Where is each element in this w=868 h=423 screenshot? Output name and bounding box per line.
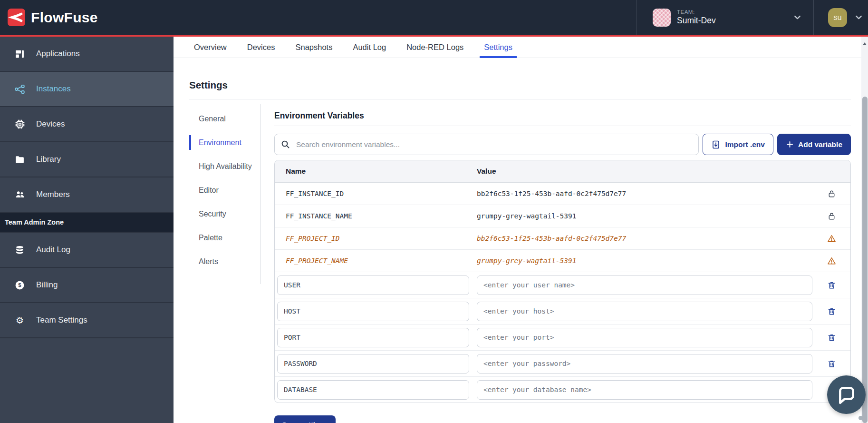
env-var-name: FF_PROJECT_NAME: [275, 257, 477, 265]
table-row-editable: [275, 325, 850, 351]
add-variable-label: Add variable: [798, 140, 842, 149]
tab-devices[interactable]: Devices: [247, 37, 275, 58]
table-row-editable: [275, 351, 850, 377]
sidebar-item-label: Instances: [36, 84, 71, 94]
table-row-deprecated: FF_PROJECT_NAME grumpy-grey-wagtail-5391: [275, 250, 850, 272]
warning-icon: [812, 256, 850, 266]
var-name-input[interactable]: [277, 302, 469, 321]
env-var-value: bb2f6c53-1f25-453b-aafd-0c2f475d7e77: [477, 190, 812, 197]
dollar-icon: $: [14, 280, 26, 290]
search-icon: [281, 140, 290, 151]
env-var-name: FF_INSTANCE_ID: [275, 190, 477, 197]
lock-icon: [812, 212, 850, 221]
folder-icon: [14, 155, 26, 165]
sidebar-item-library[interactable]: Library: [0, 142, 174, 177]
var-value-input[interactable]: [477, 380, 812, 400]
add-variable-button[interactable]: Add variable: [777, 134, 851, 155]
user-avatar: su: [828, 8, 847, 27]
sidebar-item-label: Audit Log: [36, 245, 70, 255]
table-row-editable: [275, 377, 850, 403]
import-file-icon: [711, 140, 721, 149]
tab-label: Audit Log: [353, 43, 386, 52]
page-divider: [189, 99, 851, 99]
user-menu[interactable]: su: [814, 8, 868, 27]
search-input[interactable]: [274, 134, 699, 155]
sidebar-item-applications[interactable]: Applications: [0, 37, 174, 72]
table-row-deprecated: FF_PROJECT_ID bb2f6c53-1f25-453b-aafd-0c…: [275, 227, 850, 250]
chat-bubble-icon: [837, 385, 857, 405]
var-value-input[interactable]: [477, 328, 812, 347]
section-title: Environment Variables: [274, 104, 851, 126]
instances-icon: [14, 84, 26, 95]
sidebar: Applications Instances Devices Library: [0, 37, 174, 423]
var-value-input[interactable]: [477, 354, 812, 374]
subnav-item-alerts[interactable]: Alerts: [189, 253, 260, 270]
subnav-item-palette[interactable]: Palette: [189, 229, 260, 246]
team-avatar: [653, 9, 671, 27]
tab-overview[interactable]: Overview: [194, 37, 227, 58]
delete-variable-button[interactable]: [812, 359, 850, 368]
team-name: Sumit-Dev: [677, 16, 716, 26]
column-header-name: Name: [275, 167, 477, 176]
chat-launcher-button[interactable]: [827, 375, 866, 414]
subnav-item-editor[interactable]: Editor: [189, 181, 260, 199]
tab-audit-log[interactable]: Audit Log: [353, 37, 386, 58]
tab-settings[interactable]: Settings: [484, 37, 512, 58]
sidebar-item-devices[interactable]: Devices: [0, 107, 174, 142]
subnav-item-environment[interactable]: Environment: [189, 134, 260, 151]
var-name-input[interactable]: [277, 275, 469, 295]
settings-page: Settings General Environment High Availa…: [174, 58, 868, 423]
var-name-input[interactable]: [277, 380, 469, 400]
save-settings-button[interactable]: Save settings: [274, 415, 336, 423]
table-row-editable: [275, 298, 850, 325]
sidebar-item-label: Applications: [36, 49, 80, 59]
users-icon: [14, 189, 26, 200]
team-switcher[interactable]: TEAM: Sumit-Dev: [637, 9, 813, 27]
sidebar-item-label: Members: [36, 190, 70, 199]
var-value-input[interactable]: [477, 275, 812, 295]
tab-node-red-logs[interactable]: Node-RED Logs: [406, 37, 463, 58]
team-admin-zone-label: Team Admin Zone: [0, 213, 174, 233]
env-variables-table: Name Value FF_INSTANCE_ID bb2f6c53-1f25-…: [274, 160, 851, 403]
sidebar-item-instances[interactable]: Instances: [0, 72, 174, 107]
flowfuse-logo-icon: [8, 9, 25, 26]
tab-label: Snapshots: [295, 43, 332, 52]
page-scrollbar[interactable]: [861, 37, 868, 423]
var-value-input[interactable]: [477, 302, 812, 321]
lock-icon: [812, 189, 850, 198]
env-var-name: FF_INSTANCE_NAME: [275, 212, 477, 220]
var-name-input[interactable]: [277, 354, 469, 374]
tab-snapshots[interactable]: Snapshots: [295, 37, 332, 58]
sidebar-item-billing[interactable]: $ Billing: [0, 268, 174, 303]
scroll-up-arrow-icon: [863, 42, 867, 45]
sidebar-item-members[interactable]: Members: [0, 177, 174, 213]
table-header: Name Value: [275, 160, 850, 183]
sidebar-item-label: Team Settings: [36, 315, 87, 325]
delete-variable-button[interactable]: [812, 281, 850, 290]
tab-label: Settings: [484, 43, 512, 52]
import-env-button[interactable]: Import .env: [703, 134, 773, 155]
sidebar-item-audit-log[interactable]: Audit Log: [0, 233, 174, 268]
warning-icon: [812, 234, 850, 243]
env-var-value: grumpy-grey-wagtail-5391: [477, 257, 812, 265]
subnav-item-general[interactable]: General: [189, 110, 260, 128]
tab-label: Overview: [194, 43, 227, 52]
sidebar-item-team-settings[interactable]: ⚙ Team Settings: [0, 303, 174, 338]
chat-secondary-dot: [858, 416, 863, 420]
database-icon: [14, 245, 26, 255]
chevron-down-icon: [854, 13, 863, 22]
delete-variable-button[interactable]: [812, 333, 850, 342]
settings-subnav: General Environment High Availability Ed…: [189, 104, 261, 284]
sidebar-item-label: Billing: [36, 280, 58, 290]
brand[interactable]: FlowFuse: [0, 9, 98, 26]
var-name-input[interactable]: [277, 328, 469, 347]
topbar: FlowFuse TEAM: Sumit-Dev su: [0, 0, 868, 35]
scrollbar-thumb[interactable]: [862, 97, 868, 423]
sidebar-item-label: Devices: [36, 119, 65, 129]
tab-label: Node-RED Logs: [406, 43, 463, 52]
subnav-item-security[interactable]: Security: [189, 205, 260, 223]
team-label: TEAM:: [677, 9, 716, 15]
screen: FlowFuse TEAM: Sumit-Dev su: [0, 0, 868, 423]
subnav-item-high-availability[interactable]: High Availability: [189, 157, 260, 175]
delete-variable-button[interactable]: [812, 307, 850, 316]
